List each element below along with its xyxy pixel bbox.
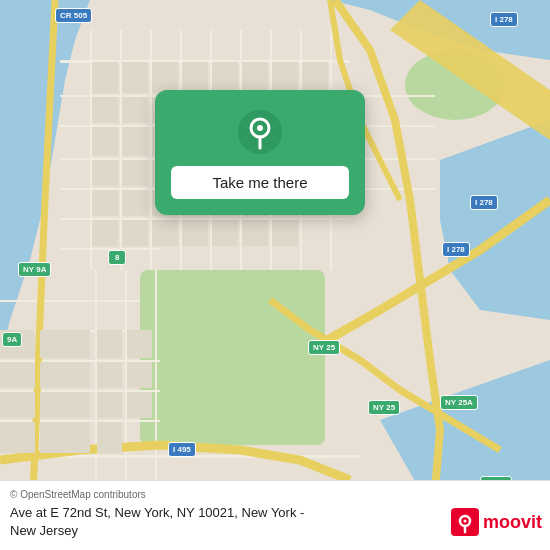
svg-rect-82 — [0, 422, 35, 453]
svg-rect-73 — [122, 220, 148, 246]
svg-rect-14 — [90, 30, 92, 270]
map-attribution: © OpenStreetMap contributors — [10, 489, 540, 500]
svg-point-96 — [257, 125, 263, 131]
svg-rect-37 — [242, 62, 268, 93]
svg-rect-89 — [97, 392, 122, 418]
svg-rect-85 — [40, 392, 90, 418]
svg-rect-8 — [60, 218, 350, 220]
moovit-logo: moovit — [451, 508, 542, 536]
svg-rect-38 — [272, 62, 298, 93]
svg-rect-87 — [97, 330, 122, 358]
svg-rect-57 — [122, 160, 148, 186]
svg-rect-65 — [122, 190, 148, 216]
svg-rect-28 — [0, 300, 140, 302]
svg-rect-64 — [92, 190, 118, 216]
svg-rect-36 — [212, 62, 238, 93]
svg-rect-48 — [92, 127, 118, 156]
moovit-icon — [451, 508, 479, 536]
shield-i278-mid1: I 278 — [470, 195, 498, 210]
svg-rect-78 — [272, 220, 298, 246]
svg-rect-24 — [0, 420, 160, 422]
svg-rect-92 — [127, 362, 152, 388]
svg-rect-1 — [140, 270, 325, 445]
svg-rect-49 — [122, 127, 148, 156]
map-svg — [0, 0, 550, 550]
svg-rect-88 — [97, 362, 122, 388]
shield-ny25-1: NY 25 — [308, 340, 340, 355]
svg-rect-76 — [212, 220, 238, 246]
svg-rect-77 — [242, 220, 268, 246]
svg-rect-15 — [120, 30, 122, 270]
shield-i278-mid2: I 278 — [442, 242, 470, 257]
svg-point-99 — [463, 520, 466, 523]
svg-rect-72 — [92, 220, 118, 246]
svg-rect-34 — [152, 62, 178, 93]
svg-rect-83 — [40, 330, 90, 358]
shield-ny25-2: NY 25 — [368, 400, 400, 415]
svg-rect-80 — [0, 362, 35, 388]
svg-rect-86 — [40, 422, 90, 453]
svg-rect-16 — [150, 30, 152, 270]
location-pin-icon — [238, 110, 282, 154]
svg-rect-41 — [122, 97, 148, 123]
moovit-label: moovit — [483, 512, 542, 533]
svg-rect-32 — [92, 62, 118, 93]
info-bar: © OpenStreetMap contributors Ave at E 72… — [0, 480, 550, 550]
shield-ny9a-1: NY 9A — [18, 262, 51, 277]
svg-rect-84 — [40, 362, 90, 388]
svg-rect-90 — [97, 422, 122, 453]
shield-9a-2: 9A — [2, 332, 22, 347]
svg-rect-74 — [152, 220, 178, 246]
svg-rect-33 — [122, 62, 148, 93]
take-me-there-button[interactable]: Take me there — [171, 166, 349, 199]
shield-i278-top: I 278 — [490, 12, 518, 27]
svg-rect-91 — [127, 330, 152, 358]
svg-rect-93 — [127, 392, 152, 418]
shield-i495: I 495 — [168, 442, 196, 457]
svg-rect-81 — [0, 392, 35, 418]
location-card: Take me there — [155, 90, 365, 215]
shield-ny8: 8 — [108, 250, 126, 265]
shield-ny25a: NY 25A — [440, 395, 478, 410]
svg-rect-25 — [0, 390, 160, 392]
shield-cr505: CR 505 — [55, 8, 92, 23]
svg-rect-56 — [92, 160, 118, 186]
svg-rect-40 — [92, 97, 118, 123]
map-container: CR 505 I 278 I 278 I 278 NY 9A 8 NY 25 N… — [0, 0, 550, 550]
svg-rect-39 — [302, 62, 328, 93]
svg-rect-75 — [182, 220, 208, 246]
svg-rect-26 — [0, 360, 160, 362]
svg-rect-35 — [182, 62, 208, 93]
